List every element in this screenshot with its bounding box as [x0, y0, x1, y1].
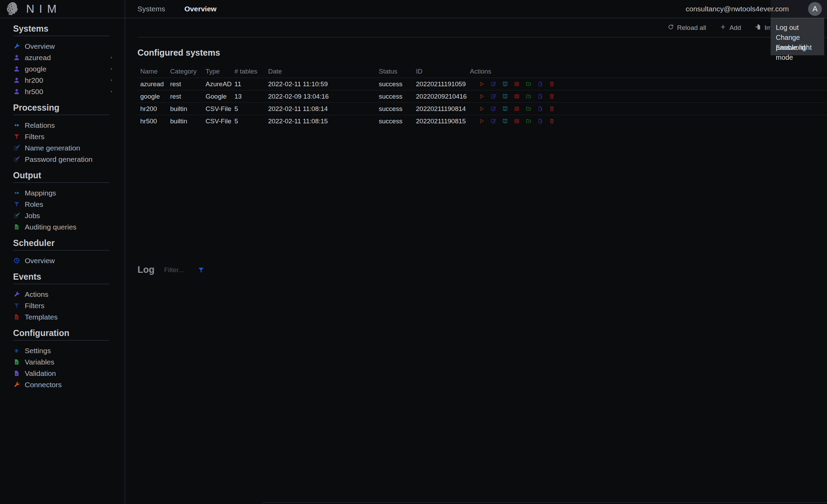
sidebar-section-configuration: ConfigurationSettingsVariablesValidation… — [13, 329, 125, 390]
file-icon — [13, 314, 20, 320]
sidebar-nav: SystemsOverviewazureadgooglehr200hr500Pr… — [0, 24, 125, 390]
sidebar-item-settings[interactable]: Settings — [13, 345, 113, 356]
folder-button[interactable] — [526, 93, 531, 99]
tables-button[interactable] — [514, 93, 520, 99]
cell-id: 20220211191059 — [416, 80, 470, 88]
sidebar-item-connectors[interactable]: Connectors — [13, 379, 113, 390]
icon-box — [13, 257, 20, 264]
sidebar-item-relations[interactable]: Relations — [13, 120, 113, 131]
run-button[interactable] — [479, 93, 485, 99]
icon-box — [13, 145, 20, 151]
sidebar-item-overview[interactable]: Overview — [13, 255, 113, 266]
topnav-tabs: SystemsOverview — [137, 5, 217, 13]
delete-button[interactable] — [549, 93, 555, 99]
section-items: Overviewazureadgooglehr200hr500 — [13, 41, 113, 97]
menu-item-enable-light-mode[interactable]: Enable light mode — [771, 43, 824, 53]
gear-icon — [14, 348, 19, 353]
export-button[interactable] — [537, 81, 543, 87]
export-button[interactable] — [537, 106, 543, 112]
sidebar-item-password-generation[interactable]: Password generation — [13, 154, 113, 165]
folder-button[interactable] — [526, 106, 531, 112]
export-button[interactable] — [537, 93, 543, 99]
cell-type: CSV-File — [206, 105, 234, 113]
sidebar-item-google[interactable]: google — [13, 63, 113, 75]
person-icon — [13, 54, 20, 61]
edit-button[interactable] — [490, 106, 496, 112]
sidebar-item-filters[interactable]: Filters — [13, 131, 113, 142]
delete-button[interactable] — [549, 118, 555, 124]
sidebar-item-hr200[interactable]: hr200 — [13, 75, 113, 86]
log-filter-input[interactable] — [163, 266, 196, 274]
sidebar-item-variables[interactable]: Variables — [13, 356, 113, 368]
column-header-actions: Actions — [470, 68, 827, 75]
column-header-category: Category — [170, 68, 206, 75]
read-button[interactable] — [502, 93, 508, 99]
import-icon — [755, 24, 761, 32]
cell-name: google — [140, 93, 170, 100]
user-avatar[interactable]: A — [808, 2, 822, 16]
user-email: consultancy@nwtools4ever.com — [686, 5, 789, 13]
sidebar-item-validation[interactable]: Validation — [13, 368, 113, 379]
sidebar-item-roles[interactable]: Roles — [13, 199, 113, 210]
read-button[interactable] — [502, 106, 508, 112]
sidebar: NIM SystemsOverviewazureadgooglehr200hr5… — [0, 0, 125, 504]
run-button[interactable] — [479, 118, 485, 124]
run-button[interactable] — [479, 106, 485, 112]
sidebar-item-mappings[interactable]: Mappings — [13, 187, 113, 199]
folder-button[interactable] — [526, 118, 531, 124]
sidebar-item-actions[interactable]: Actions — [13, 289, 113, 300]
icon-box — [13, 201, 20, 208]
tables-button[interactable] — [514, 81, 520, 87]
tab-overview[interactable]: Overview — [185, 5, 217, 13]
section-title: Configuration — [13, 329, 109, 340]
menu-item-change-password[interactable]: Change password — [771, 33, 824, 43]
filter-funnel-icon[interactable] — [198, 267, 205, 273]
delete-button[interactable] — [549, 81, 555, 87]
sidebar-item-azuread[interactable]: azuread — [13, 52, 113, 63]
sidebar-item-auditing-queries[interactable]: Auditing queries — [13, 221, 113, 233]
cell-date: 2022-02-11 11:08:14 — [268, 105, 379, 113]
cell-date: 2022-02-11 11:08:15 — [268, 117, 379, 125]
column-header-status: Status — [379, 68, 416, 75]
add-button[interactable]: Add — [720, 24, 741, 32]
cell-name: azuread — [140, 80, 170, 88]
sidebar-item-templates[interactable]: Templates — [13, 311, 113, 323]
file-icon — [13, 224, 20, 230]
chevron-right-icon[interactable] — [110, 56, 113, 59]
menu-item-log-out[interactable]: Log out — [771, 23, 824, 33]
tables-button[interactable] — [514, 118, 520, 124]
icon-box — [13, 370, 20, 377]
chevron-right-icon[interactable] — [110, 90, 113, 93]
run-button[interactable] — [479, 81, 485, 87]
edit-button[interactable] — [490, 93, 496, 99]
delete-button[interactable] — [549, 106, 555, 112]
edit-button[interactable] — [490, 81, 496, 87]
table-body: azureadrestAzureAD112022-02-11 11:10:59s… — [137, 78, 827, 127]
cell-date: 2022-02-09 13:04:16 — [268, 93, 379, 100]
section-items: ActionsFiltersTemplates — [13, 289, 113, 323]
sidebar-item-hr500[interactable]: hr500 — [13, 86, 113, 97]
reload-all-button[interactable]: Reload all — [668, 24, 706, 32]
chevron-right-icon[interactable] — [110, 67, 113, 71]
tab-systems[interactable]: Systems — [137, 5, 165, 13]
file-icon — [13, 370, 20, 377]
app-window: NIM SystemsOverviewazureadgooglehr200hr5… — [0, 0, 827, 504]
cell-category: rest — [170, 93, 206, 100]
sidebar-item-jobs[interactable]: Jobs — [13, 210, 113, 221]
icon-box — [13, 291, 20, 298]
sidebar-item-name-generation[interactable]: Name generation — [13, 142, 113, 154]
sidebar-item-filters[interactable]: Filters — [13, 300, 113, 311]
section-items: Overview — [13, 255, 113, 266]
read-button[interactable] — [502, 81, 508, 87]
folder-button[interactable] — [526, 81, 531, 87]
sidebar-item-overview[interactable]: Overview — [13, 41, 113, 52]
brand-name: NIM — [26, 2, 62, 15]
icon-box — [13, 224, 20, 230]
cell-id: 20220211190814 — [416, 105, 470, 113]
edit-button[interactable] — [490, 118, 496, 124]
tables-button[interactable] — [514, 106, 520, 112]
export-button[interactable] — [537, 118, 543, 124]
read-button[interactable] — [502, 118, 508, 124]
chevron-right-icon[interactable] — [110, 78, 113, 82]
funnel-icon — [13, 201, 20, 208]
